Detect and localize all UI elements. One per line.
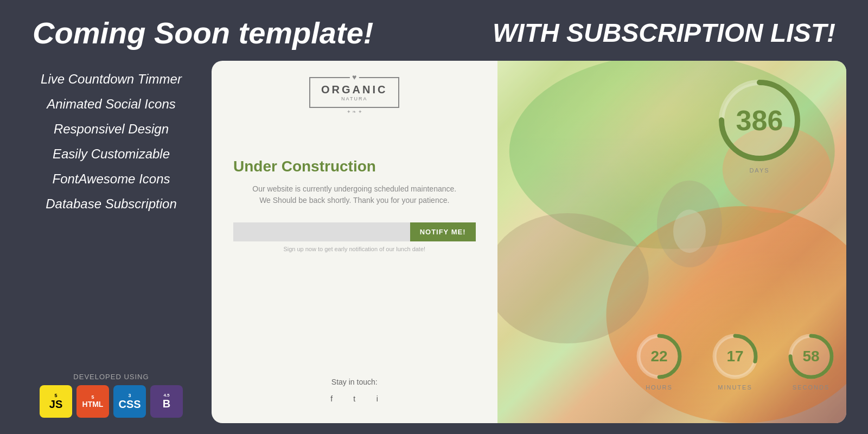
seconds-label: SECONDS: [793, 384, 829, 391]
logo-sub: NATURA: [321, 96, 387, 101]
card-right: 386 DAYS 22 HOURS: [497, 61, 847, 423]
minutes-label: MINUTES: [718, 384, 752, 391]
features-list: Live Countdown Timmer Animated Social Ic…: [33, 72, 190, 212]
stay-in-touch-label: Stay in touch:: [323, 378, 385, 386]
seconds-timer: 58 SECONDS: [787, 332, 835, 391]
days-label: DAYS: [749, 167, 769, 174]
under-construction-title: Under Construction: [233, 158, 476, 175]
under-construction-desc: Our website is currently undergoing sche…: [252, 183, 456, 206]
days-circle: 386: [716, 77, 803, 164]
minutes-circle: 17: [711, 332, 760, 381]
feature-social: Animated Social Icons: [33, 97, 190, 112]
hours-circle: 22: [635, 332, 684, 381]
logo-heart: ♥: [350, 73, 359, 81]
feature-customizable: Easily Customizable: [33, 146, 190, 162]
logo-brand: ORGANIC: [321, 84, 387, 96]
notify-button[interactable]: NOTIFY ME!: [410, 222, 476, 241]
tech-icons: 5 JS 5 HTML 3 CSS 4.5 B: [40, 385, 183, 418]
notify-form: NOTIFY ME!: [233, 222, 476, 241]
minutes-value: 17: [726, 348, 743, 365]
small-timers: 22 HOURS 17 MINUTES: [635, 332, 835, 391]
card-left: ♥ ORGANIC NATURA ✦ ❧ ✦ Under Constructio…: [212, 61, 497, 423]
feature-database: Database Subscription: [33, 196, 190, 212]
minutes-timer: 17 MINUTES: [711, 332, 760, 391]
header: Coming Soon template! WITH SUBSCRIPTION …: [0, 0, 868, 61]
tech-section: DEVELOPED USING 5 JS 5 HTML 3 CSS 4.5 B: [33, 373, 190, 418]
facebook-icon[interactable]: f: [323, 391, 340, 407]
feature-responsive: Responsivel Design: [33, 122, 190, 137]
badge-css: 3 CSS: [113, 385, 146, 418]
svg-point-5: [673, 209, 705, 253]
badge-bootstrap: 4.5 B: [150, 385, 183, 418]
organic-logo: ♥ ORGANIC NATURA ✦ ❧ ✦: [309, 77, 399, 114]
hours-value: 22: [650, 348, 667, 365]
tech-label: DEVELOPED USING: [73, 373, 149, 381]
seconds-value: 58: [802, 348, 819, 365]
seconds-circle: 58: [787, 332, 835, 381]
social-icons: f t i: [323, 391, 385, 407]
twitter-icon[interactable]: t: [346, 391, 362, 407]
logo-decorative: ✦ ❧ ✦: [309, 109, 399, 114]
logo-border: ♥ ORGANIC NATURA: [309, 77, 399, 108]
main-title: Coming Soon template!: [33, 16, 373, 50]
main-area: Live Countdown Timmer Animated Social Ic…: [0, 61, 868, 434]
days-timer: 386 DAYS: [716, 77, 803, 174]
header-subtitle: WITH SUBSCRIPTION LIST!: [493, 18, 835, 48]
instagram-icon[interactable]: i: [369, 391, 385, 407]
social-section: Stay in touch: f t i: [323, 378, 385, 407]
badge-js: 5 JS: [40, 385, 72, 418]
badge-html: 5 HTML: [76, 385, 109, 418]
feature-countdown: Live Countdown Timmer: [33, 72, 190, 87]
preview-card: ♥ ORGANIC NATURA ✦ ❧ ✦ Under Constructio…: [212, 61, 846, 423]
notify-caption: Sign up now to get early notification of…: [283, 246, 425, 252]
hours-label: HOURS: [646, 384, 673, 391]
notify-input[interactable]: [233, 222, 410, 241]
sidebar: Live Countdown Timmer Animated Social Ic…: [22, 61, 190, 423]
hours-timer: 22 HOURS: [635, 332, 684, 391]
feature-fontawesome: FontAwesome Icons: [33, 171, 190, 187]
days-value: 386: [736, 104, 783, 137]
